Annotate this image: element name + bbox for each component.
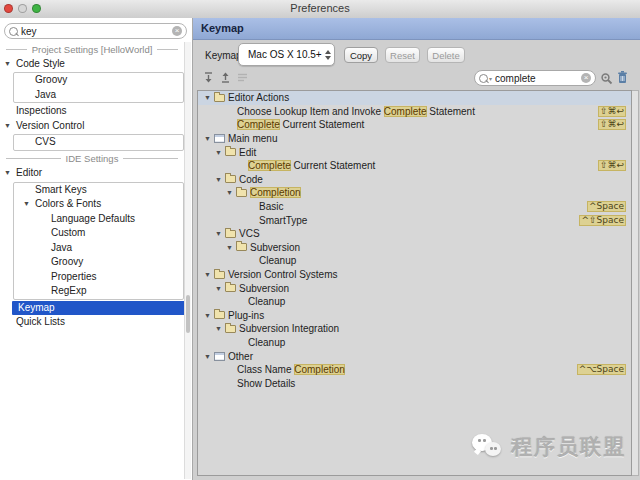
sidebar-item-language-defaults[interactable]: Language Defaults xyxy=(14,212,183,227)
action-label: Complete Current Statement xyxy=(237,119,364,130)
nav-group-separator-ide-settings: IDE Settings xyxy=(0,152,184,167)
folder-icon xyxy=(225,175,239,183)
expand-arrow-icon[interactable]: ▼ xyxy=(204,135,214,142)
sidebar-item-java[interactable]: Java xyxy=(14,241,183,256)
clear-search-icon[interactable]: × xyxy=(172,26,182,36)
sidebar-item-label: CVS xyxy=(35,135,56,150)
expand-arrow-icon[interactable]: ▼ xyxy=(215,325,225,332)
copy-button[interactable]: Copy xyxy=(344,47,378,63)
keymap-tree-row-choose-lookup-item-and-invoke-complete-statement[interactable]: Choose Lookup Item and Invoke Complete S… xyxy=(198,105,631,119)
folder-icon xyxy=(236,243,250,251)
keymap-tree-row-plug-ins[interactable]: ▼Plug-ins xyxy=(198,309,631,323)
sidebar-item-regexp[interactable]: RegExp xyxy=(14,284,183,299)
trash-icon[interactable] xyxy=(616,70,629,84)
action-label: Choose Lookup Item and Invoke Complete S… xyxy=(237,106,475,117)
sidebar-item-label: RegExp xyxy=(51,284,87,299)
action-label: Show Details xyxy=(237,378,295,389)
keymap-tree-row-smarttype[interactable]: SmartType^⇧Space xyxy=(198,213,631,227)
keymap-search-input[interactable] xyxy=(492,73,581,84)
action-label: Subversion xyxy=(250,242,300,253)
folder-icon xyxy=(225,148,239,156)
expand-arrow-icon[interactable]: ▼ xyxy=(23,197,35,212)
shortcut-badge: ^Space xyxy=(587,201,626,212)
expand-arrow-icon[interactable]: ▼ xyxy=(215,285,225,292)
sidebar-item-groovy[interactable]: Groovy xyxy=(14,73,183,88)
sidebar-item-groovy[interactable]: Groovy xyxy=(14,255,183,270)
keymap-tree-row-cleanup[interactable]: Cleanup xyxy=(198,254,631,268)
expand-arrow-icon[interactable]: ▼ xyxy=(4,166,16,181)
expand-arrow-icon[interactable]: ▼ xyxy=(204,94,214,101)
keymap-tree-row-subversion[interactable]: ▼Subversion xyxy=(198,281,631,295)
keymap-tree-row-subversion-integration[interactable]: ▼Subversion Integration xyxy=(198,322,631,336)
keymap-tree-row-show-details[interactable]: Show Details xyxy=(198,376,631,390)
sidebar-item-cvs[interactable]: CVS xyxy=(14,135,183,150)
action-label: Cleanup xyxy=(259,255,296,266)
reset-button: Reset xyxy=(385,47,420,63)
sidebar-item-inspections[interactable]: Inspections xyxy=(0,104,184,119)
expand-all-icon[interactable] xyxy=(202,71,215,84)
sidebar-item-code-style[interactable]: ▼Code Style xyxy=(0,57,184,72)
keymap-tree-row-editor-actions[interactable]: ▼Editor Actions xyxy=(198,91,631,105)
action-label: Other xyxy=(228,351,253,362)
settings-search-field[interactable]: × xyxy=(4,23,187,39)
action-label: Version Control Systems xyxy=(228,269,338,280)
expand-arrow-icon[interactable]: ▼ xyxy=(226,244,236,251)
keymap-tree-row-basic[interactable]: Basic^Space xyxy=(198,200,631,214)
expand-arrow-icon[interactable]: ▼ xyxy=(215,176,225,183)
action-label: Code xyxy=(239,174,263,185)
watermark: 程序员联盟 xyxy=(472,433,626,461)
combo-stepper-icon[interactable] xyxy=(322,47,334,63)
expand-arrow-icon[interactable]: ▼ xyxy=(4,57,16,72)
keymap-tree-row-main-menu[interactable]: ▼Main menu xyxy=(198,132,631,146)
sidebar-item-java[interactable]: Java xyxy=(14,88,183,103)
sidebar-item-colors-fonts[interactable]: ▼Colors & Fonts xyxy=(14,197,183,212)
window-title: Preferences xyxy=(0,2,640,14)
sidebar-item-properties[interactable]: Properties xyxy=(14,270,183,285)
expand-arrow-icon[interactable]: ▼ xyxy=(4,119,16,134)
expand-arrow-icon[interactable]: ▼ xyxy=(215,149,225,156)
watermark-text: 程序员联盟 xyxy=(511,433,626,461)
action-label: Complete Current Statement xyxy=(248,160,375,171)
keymap-tree-row-version-control-systems[interactable]: ▼Version Control Systems xyxy=(198,268,631,282)
expand-arrow-icon[interactable]: ▼ xyxy=(226,189,236,196)
keymap-tree-row-edit[interactable]: ▼Edit xyxy=(198,145,631,159)
sidebar-item-custom[interactable]: Custom xyxy=(14,226,183,241)
sidebar-scrollbar[interactable] xyxy=(184,42,191,479)
sidebar-item-label: Properties xyxy=(51,270,97,285)
expand-arrow-icon[interactable]: ▼ xyxy=(204,312,214,319)
sidebar-item-editor[interactable]: ▼Editor xyxy=(0,166,184,181)
action-label: Cleanup xyxy=(248,337,285,348)
find-action-by-shortcut-icon[interactable] xyxy=(600,72,613,86)
expand-arrow-icon[interactable]: ▼ xyxy=(204,353,214,360)
keymap-tree-row-subversion[interactable]: ▼Subversion xyxy=(198,241,631,255)
keymap-tree-row-completion[interactable]: ▼Completion xyxy=(198,186,631,200)
sidebar-scrollbar-thumb[interactable] xyxy=(186,295,190,333)
collapse-all-icon[interactable] xyxy=(219,71,232,84)
shortcut-badge: ^⇧Space xyxy=(579,215,626,226)
shortcut-badge: ^⌥Space xyxy=(577,364,626,375)
tree-scrollbar[interactable] xyxy=(632,90,639,476)
keymap-tree-row-complete-current-statement[interactable]: Complete Current Statement⇧⌘↩ xyxy=(198,118,631,132)
delete-button: Delete xyxy=(427,47,465,63)
sidebar-item-quick-lists[interactable]: Quick Lists xyxy=(0,315,184,330)
settings-search-input[interactable] xyxy=(18,26,172,37)
keymap-tree-row-class-name-completion[interactable]: Class Name Completion^⌥Space xyxy=(198,363,631,377)
keymap-tree-row-other[interactable]: ▼Other xyxy=(198,349,631,363)
sidebar-item-keymap[interactable]: Keymap xyxy=(12,301,185,316)
sidebar-item-version-control[interactable]: ▼Version Control xyxy=(0,119,184,134)
keymap-tree-row-complete-current-statement[interactable]: Complete Current Statement⇧⌘↩ xyxy=(198,159,631,173)
keymap-tree-row-vcs[interactable]: ▼VCS xyxy=(198,227,631,241)
action-label: Cleanup xyxy=(248,296,285,307)
expand-arrow-icon[interactable]: ▼ xyxy=(204,271,214,278)
sidebar-item-smart-keys[interactable]: Smart Keys xyxy=(14,183,183,198)
action-label: Main menu xyxy=(228,133,277,144)
keymap-tree-row-cleanup[interactable]: Cleanup xyxy=(198,336,631,350)
search-icon xyxy=(9,27,18,36)
keymap-tree-row-code[interactable]: ▼Code xyxy=(198,173,631,187)
expand-arrow-icon[interactable]: ▼ xyxy=(215,230,225,237)
keymap-search-field[interactable]: ▾ × xyxy=(474,70,596,86)
keymap-select[interactable]: Mac OS X 10.5+ xyxy=(238,43,335,66)
clear-search-icon[interactable]: × xyxy=(581,73,591,83)
keymap-tree-row-cleanup[interactable]: Cleanup xyxy=(198,295,631,309)
settings-nav-list: Project Settings [HelloWorld]▼Code Style… xyxy=(0,42,184,330)
